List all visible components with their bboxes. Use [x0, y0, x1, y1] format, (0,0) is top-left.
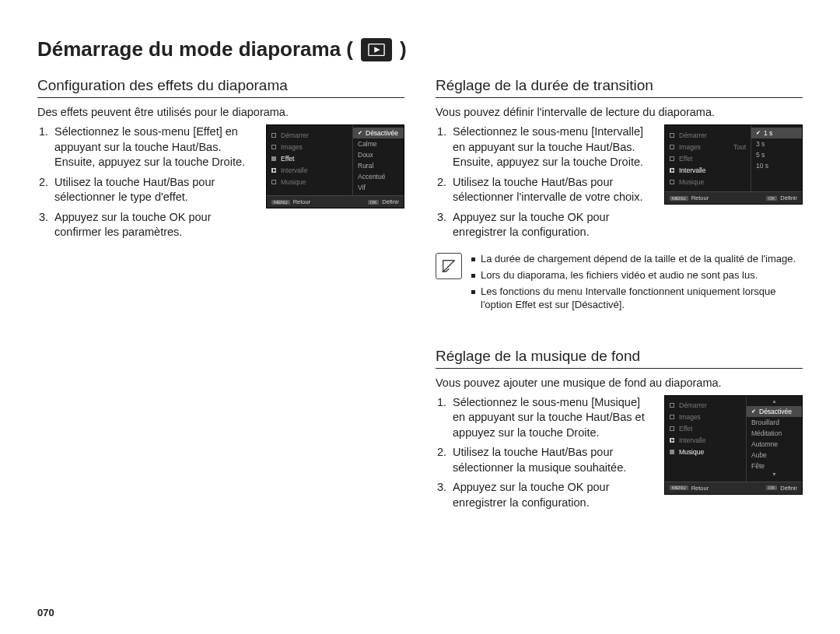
menu-option: 10 s: [751, 160, 802, 171]
left-column: Configuration des effets du diaporama De…: [37, 77, 404, 515]
step: Utilisez la touche Haut/Bas pour sélecti…: [37, 175, 255, 205]
intro-transition: Vous pouvez définir l'intervalle de lect…: [436, 106, 803, 118]
step: Sélectionnez le sous-menu [Musique] en a…: [436, 395, 653, 441]
steps-transition: Sélectionnez le sous-menu [Intervalle] e…: [436, 124, 653, 240]
intro-effects: Des effets peuvent être utilisés pour le…: [37, 106, 404, 118]
menu-option: Rural: [353, 160, 404, 171]
step: Appuyez sur la touche OK pour confirmer …: [37, 210, 255, 240]
step: Appuyez sur la touche OK pour enregistre…: [436, 480, 653, 510]
menu-option: 5 s: [751, 149, 802, 160]
info-note: La durée de chargement dépend de la tail…: [436, 253, 803, 315]
steps-effects: Sélectionnez le sous-menu [Effet] en app…: [37, 124, 255, 240]
scroll-up-icon: ▲: [747, 398, 802, 406]
page-number: 070: [37, 607, 54, 618]
menu-option: Automne: [747, 439, 802, 450]
page-title: Démarrage du mode diaporama ( ): [37, 37, 803, 61]
menu-option: Calme: [353, 138, 404, 149]
scroll-down-icon: ▼: [747, 471, 802, 479]
title-trail: ): [400, 37, 407, 61]
step: Sélectionnez le sous-menu [Effet] en app…: [37, 124, 255, 170]
menu-option: Fête: [747, 461, 802, 471]
menu-option: Désactivée: [747, 406, 802, 417]
menu-option: Désactivée: [353, 128, 404, 138]
menu-option: Vif: [353, 182, 404, 193]
menu-option: Méditation: [747, 428, 802, 439]
menu-option: Brouillard: [747, 417, 802, 428]
step: Appuyez sur la touche OK pour enregistre…: [436, 210, 653, 240]
step: Utilisez la touche Haut/Bas pour sélecti…: [436, 175, 653, 205]
menu-option: Doux: [353, 149, 404, 160]
camera-menu-interval: Démarrer ImagesTout Effet Intervalle Mus…: [664, 124, 803, 205]
menu-option: Accentué: [353, 171, 404, 182]
menu-option: 3 s: [751, 138, 802, 149]
menu-option: 1 s: [751, 128, 802, 138]
note-item: Les fonctions du menu Intervalle fonctio…: [471, 285, 803, 312]
note-icon: [436, 253, 462, 279]
steps-music: Sélectionnez le sous-menu [Musique] en a…: [436, 395, 653, 511]
section-heading-music: Réglage de la musique de fond: [436, 348, 803, 369]
section-heading-effects: Configuration des effets du diaporama: [37, 77, 404, 98]
right-column: Réglage de la durée de transition Vous p…: [436, 77, 803, 515]
slideshow-mode-icon: [361, 38, 392, 61]
note-item: Lors du diaporama, les fichiers vidéo et…: [471, 269, 803, 282]
note-item: La durée de chargement dépend de la tail…: [471, 253, 803, 266]
step: Sélectionnez le sous-menu [Intervalle] e…: [436, 124, 653, 170]
camera-menu-music: Démarrer Images Effet Intervalle Musique…: [664, 395, 803, 495]
menu-option: Aube: [747, 450, 802, 461]
camera-menu-effects: Démarrer Images Effet Intervalle Musique…: [266, 124, 404, 208]
title-text: Démarrage du mode diaporama (: [37, 37, 353, 61]
step: Utilisez la touche Haut/Bas pour sélecti…: [436, 445, 653, 475]
intro-music: Vous pouvez ajouter une musique de fond …: [436, 377, 803, 389]
section-heading-transition: Réglage de la durée de transition: [436, 77, 803, 98]
svg-marker-1: [374, 47, 380, 52]
